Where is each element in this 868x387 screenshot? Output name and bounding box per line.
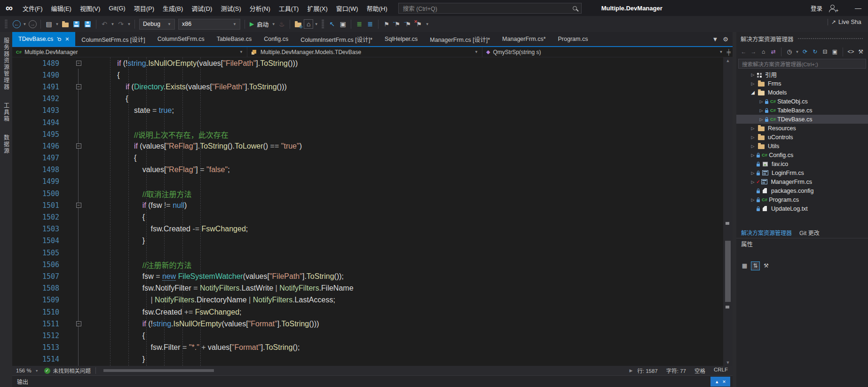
chevron-down-icon[interactable]: ▼ [795, 50, 799, 54]
comment-lines-icon[interactable]: ≣ [354, 19, 364, 29]
toolbar-grip[interactable] [322, 19, 324, 29]
type-dropdown[interactable]: Multiple.DevManager.Models.TDevBase ▼ [247, 47, 482, 57]
document-tab-9[interactable]: Program.cs [552, 32, 594, 46]
undo-icon[interactable]: ↶ [99, 19, 110, 29]
tree-item-frms[interactable]: ▷Frms [736, 79, 868, 88]
new-file-dropdown[interactable]: ▼ [55, 22, 60, 26]
document-tab-2[interactable]: ColumnSetFrm.cs [151, 32, 211, 46]
tool-window-tab-1[interactable]: 工具箱 [2, 103, 10, 122]
expander-closed-icon[interactable]: ▷ [750, 81, 756, 86]
tree-item-updatelog-txt[interactable]: UpdateLog.txt [736, 204, 868, 213]
tab-options-gear-icon[interactable]: ⚙ [723, 36, 728, 43]
panel-tab-0[interactable]: 解决方案资源管理器 [741, 229, 792, 237]
scrollbar-thumb[interactable] [103, 369, 214, 372]
document-tab-0[interactable]: TDevBase.cs⚲✕ [12, 32, 75, 46]
forward-icon[interactable]: → [749, 47, 758, 56]
tree-item-tdevbase-cs[interactable]: ▷C#TDevBase.cs [736, 115, 868, 124]
find-in-files-icon[interactable] [295, 23, 301, 27]
editor-horizontal-scrollbar[interactable] [101, 368, 624, 373]
split-window-handle[interactable]: ╪ [726, 49, 731, 55]
menu-item-2[interactable]: 视图(V) [76, 2, 104, 15]
expander-closed-icon[interactable]: ▷ [750, 171, 756, 175]
panel-tab-1[interactable]: Git 更改 [799, 229, 820, 237]
property-pages-icon[interactable]: ⚒ [762, 261, 771, 270]
menu-item-4[interactable]: 项目(P) [130, 2, 158, 15]
navigate-back-icon[interactable]: ← [13, 20, 21, 28]
minimize-button[interactable]: — [855, 4, 861, 12]
menu-item-6[interactable]: 调试(D) [187, 2, 216, 15]
menu-item-1[interactable]: 编辑(E) [47, 2, 76, 15]
hot-reload-icon[interactable]: ♨ [276, 19, 287, 29]
expander-closed-icon[interactable]: ▷ [758, 117, 765, 122]
tree-item-fav-ico[interactable]: fav.ico [736, 159, 868, 168]
fold-collapse-icon[interactable]: − [76, 61, 81, 66]
tool-window-tab-2[interactable]: 数据源 [2, 134, 10, 154]
notification-button[interactable]: ▲ ✕ [710, 377, 730, 387]
toolbar-grip[interactable] [5, 19, 8, 29]
previous-bookmark-icon[interactable]: ⚑← [392, 19, 402, 29]
expander-open-icon[interactable]: ◢ [750, 90, 756, 95]
sync-icon[interactable]: ↻ [811, 47, 820, 56]
properties-icon[interactable]: ⚒ [856, 47, 865, 56]
output-panel-title[interactable]: 输出 [17, 378, 28, 386]
alphabetical-sort-icon[interactable]: ⇅ [751, 261, 760, 270]
scroll-right-icon[interactable]: ▶ [629, 368, 632, 373]
redo-icon[interactable]: ↷ [116, 19, 126, 29]
menu-item-12[interactable]: 帮助(H) [363, 2, 392, 15]
menu-item-5[interactable]: 生成(B) [158, 2, 187, 15]
expander-closed-icon[interactable]: ▷ [750, 72, 756, 77]
scroll-up-icon[interactable]: ▲ [723, 58, 733, 63]
copy-structure-icon[interactable]: ▣ [338, 19, 348, 29]
bookmarks-dropdown[interactable]: ▼ [425, 22, 430, 26]
document-tab-8[interactable]: ManagerFrm.cs* [496, 32, 552, 46]
document-tab-7[interactable]: ManagerFrm.cs [设计]* [424, 32, 496, 46]
menu-item-3[interactable]: Git(G) [104, 3, 129, 14]
solution-configuration-select[interactable]: Debug▼ [139, 19, 175, 30]
tree-item-tablebase-cs[interactable]: ▷C#TableBase.cs [736, 106, 868, 115]
expander-closed-icon[interactable]: ▷ [750, 135, 756, 140]
quick-launch-search-input[interactable]: 搜索 (Ctrl+Q) [398, 3, 582, 14]
tree-item-models[interactable]: ◢Models [736, 88, 868, 97]
chevron-down-icon[interactable]: ▼ [719, 50, 723, 54]
caret-line-indicator[interactable]: 行: 1587 [637, 367, 657, 374]
navigate-to-cursor-icon[interactable]: ↖ [327, 19, 337, 29]
save-icon[interactable] [73, 21, 79, 27]
document-health-indicator[interactable]: ✓ 未找到相关问题 [44, 367, 91, 374]
expander-closed-icon[interactable]: ▷ [750, 153, 756, 158]
tree-item-resources[interactable]: ▷Resources [736, 124, 868, 133]
add-account-icon[interactable]: + [829, 5, 836, 12]
line-ending-indicator[interactable]: CRLF [714, 367, 728, 374]
back-icon[interactable]: ← [739, 47, 748, 56]
zoom-level-dropdown[interactable]: 156 % ▼ [16, 368, 39, 373]
document-tab-4[interactable]: Config.cs [258, 32, 294, 46]
uncomment-lines-icon[interactable]: ≣ [365, 19, 375, 29]
tree-item-program-cs[interactable]: ▷C#Program.cs [736, 195, 868, 204]
document-tab-1[interactable]: ColumnSetFrm.cs [设计] [75, 32, 151, 46]
fold-collapse-icon[interactable]: − [76, 321, 81, 326]
menu-item-0[interactable]: 文件(F) [18, 2, 47, 15]
tool-window-tab-0[interactable]: 服务器资源管理器 [2, 38, 10, 90]
scrollbar-thumb[interactable] [725, 241, 731, 302]
expander-closed-icon[interactable]: ▷ [758, 99, 765, 104]
scroll-down-icon[interactable]: ▼ [723, 360, 733, 365]
clear-bookmarks-icon[interactable]: ⚑✕ [414, 19, 424, 29]
navigate-back-dropdown[interactable]: ▼ [22, 22, 27, 26]
fold-collapse-icon[interactable]: − [76, 84, 81, 89]
new-file-icon[interactable]: ▤ [44, 19, 54, 29]
member-dropdown[interactable]: ◆ QmyStrSp(string s) [482, 47, 689, 57]
tree-item-stateobj-cs[interactable]: ▷C#StateObj.cs [736, 97, 868, 106]
save-all-icon[interactable] [85, 21, 91, 27]
caret-column-indicator[interactable]: 字符: 77 [666, 367, 686, 374]
document-tab-5[interactable]: ColumnInsertFrm.cs [设计]* [294, 32, 379, 46]
panel-splitter[interactable] [733, 32, 736, 387]
window-list-dropdown-icon[interactable]: ▼ [712, 36, 718, 43]
indentation-indicator[interactable]: 空格 [694, 367, 705, 374]
panel-drag-handle[interactable] [797, 38, 864, 40]
document-tab-3[interactable]: TableBase.cs [211, 32, 258, 46]
menu-item-10[interactable]: 扩展(X) [303, 2, 331, 15]
tree-item-ucontrols[interactable]: ▷uControls [736, 133, 868, 142]
solution-platform-select[interactable]: x86▼ [178, 19, 240, 30]
tree-item-引用[interactable]: ▷引用 [736, 70, 868, 79]
close-icon[interactable]: ✕ [65, 36, 69, 42]
start-dropdown[interactable]: ▼ [271, 22, 276, 26]
